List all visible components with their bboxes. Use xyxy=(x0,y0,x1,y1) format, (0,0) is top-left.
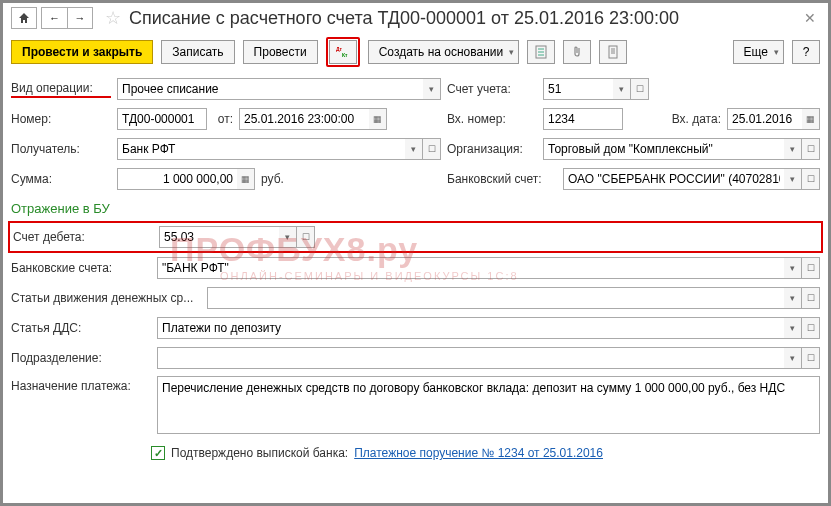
account-dropdown-icon[interactable]: ▾ xyxy=(613,78,631,100)
payee-input[interactable] xyxy=(117,138,405,160)
op-type-dropdown-icon[interactable]: ▾ xyxy=(423,78,441,100)
titlebar: ← → ☆ Списание с расчетного счета ТД00-0… xyxy=(11,7,820,29)
debit-input[interactable] xyxy=(159,226,279,248)
date-input[interactable] xyxy=(239,108,369,130)
dds-dropdown-icon[interactable]: ▾ xyxy=(784,317,802,339)
number-label: Номер: xyxy=(11,112,111,126)
sum-label: Сумма: xyxy=(11,172,111,186)
cash-flow-items-input[interactable] xyxy=(207,287,784,309)
dt-kt-highlight: ДтКт xyxy=(326,37,360,67)
back-button[interactable]: ← xyxy=(41,7,67,29)
bank-accounts-dropdown-icon[interactable]: ▾ xyxy=(784,257,802,279)
payee-open-icon[interactable]: ☐ xyxy=(423,138,441,160)
account-input[interactable] xyxy=(543,78,613,100)
number-input[interactable] xyxy=(117,108,207,130)
division-input[interactable] xyxy=(157,347,784,369)
report-button[interactable] xyxy=(527,40,555,64)
bank-acct-open-icon[interactable]: ☐ xyxy=(802,168,820,190)
ext-date-label: Вх. дата: xyxy=(629,112,721,126)
bank-acct-input[interactable] xyxy=(563,168,784,190)
account-label: Счет учета: xyxy=(447,82,537,96)
ext-date-calendar-icon[interactable]: ▦ xyxy=(802,108,820,130)
currency-label: руб. xyxy=(261,172,284,186)
confirmed-label: Подтверждено выпиской банка: xyxy=(171,446,348,460)
bu-section-title: Отражение в БУ xyxy=(11,201,820,216)
purpose-textarea[interactable] xyxy=(157,376,820,434)
ext-num-input[interactable] xyxy=(543,108,623,130)
org-label: Организация: xyxy=(447,142,537,156)
org-dropdown-icon[interactable]: ▾ xyxy=(784,138,802,160)
forward-button[interactable]: → xyxy=(67,7,93,29)
sum-input[interactable] xyxy=(117,168,237,190)
confirmed-checkbox[interactable]: ✓ xyxy=(151,446,165,460)
bank-accounts-input[interactable] xyxy=(157,257,784,279)
debit-dropdown-icon[interactable]: ▾ xyxy=(279,226,297,248)
account-open-icon[interactable]: ☐ xyxy=(631,78,649,100)
dds-open-icon[interactable]: ☐ xyxy=(802,317,820,339)
debit-open-icon[interactable]: ☐ xyxy=(297,226,315,248)
sum-calc-icon[interactable]: ▦ xyxy=(237,168,255,190)
division-dropdown-icon[interactable]: ▾ xyxy=(784,347,802,369)
date-calendar-icon[interactable]: ▦ xyxy=(369,108,387,130)
home-button[interactable] xyxy=(11,7,37,29)
window-title: Списание с расчетного счета ТД00-000001 … xyxy=(129,8,796,29)
division-label: Подразделение: xyxy=(11,351,151,365)
date-label: от: xyxy=(213,112,233,126)
bank-acct-label: Банковский счет: xyxy=(447,172,557,186)
org-input[interactable] xyxy=(543,138,784,160)
dt-kt-button[interactable]: ДтКт xyxy=(329,40,357,64)
svg-text:Кт: Кт xyxy=(342,52,348,58)
help-button[interactable]: ? xyxy=(792,40,820,64)
more-button[interactable]: Еще xyxy=(733,40,784,64)
save-button[interactable]: Записать xyxy=(161,40,234,64)
payee-dropdown-icon[interactable]: ▾ xyxy=(405,138,423,160)
debit-label: Счет дебета: xyxy=(13,230,153,244)
post-and-close-button[interactable]: Провести и закрыть xyxy=(11,40,153,64)
division-open-icon[interactable]: ☐ xyxy=(802,347,820,369)
attachment-button[interactable] xyxy=(563,40,591,64)
close-icon[interactable]: ✕ xyxy=(800,8,820,28)
print-button[interactable] xyxy=(599,40,627,64)
bank-accounts-open-icon[interactable]: ☐ xyxy=(802,257,820,279)
bank-accounts-label: Банковские счета: xyxy=(11,261,151,275)
dds-input[interactable] xyxy=(157,317,784,339)
favorite-star-icon[interactable]: ☆ xyxy=(105,7,121,29)
ext-num-label: Вх. номер: xyxy=(447,112,537,126)
payment-order-link[interactable]: Платежное поручение № 1234 от 25.01.2016 xyxy=(354,446,603,460)
purpose-label: Назначение платежа: xyxy=(11,376,151,393)
svg-rect-6 xyxy=(609,46,617,58)
cash-flow-open-icon[interactable]: ☐ xyxy=(802,287,820,309)
op-type-input[interactable] xyxy=(117,78,423,100)
ext-date-input[interactable] xyxy=(727,108,802,130)
payee-label: Получатель: xyxy=(11,142,111,156)
bank-acct-dropdown-icon[interactable]: ▾ xyxy=(784,168,802,190)
op-type-label: Вид операции: xyxy=(11,81,111,98)
post-button[interactable]: Провести xyxy=(243,40,318,64)
org-open-icon[interactable]: ☐ xyxy=(802,138,820,160)
cash-flow-dropdown-icon[interactable]: ▾ xyxy=(784,287,802,309)
dds-label: Статья ДДС: xyxy=(11,321,151,335)
cash-flow-items-label: Статьи движения денежных ср... xyxy=(11,291,201,305)
create-based-on-button[interactable]: Создать на основании xyxy=(368,40,520,64)
toolbar: Провести и закрыть Записать Провести ДтК… xyxy=(11,37,820,67)
